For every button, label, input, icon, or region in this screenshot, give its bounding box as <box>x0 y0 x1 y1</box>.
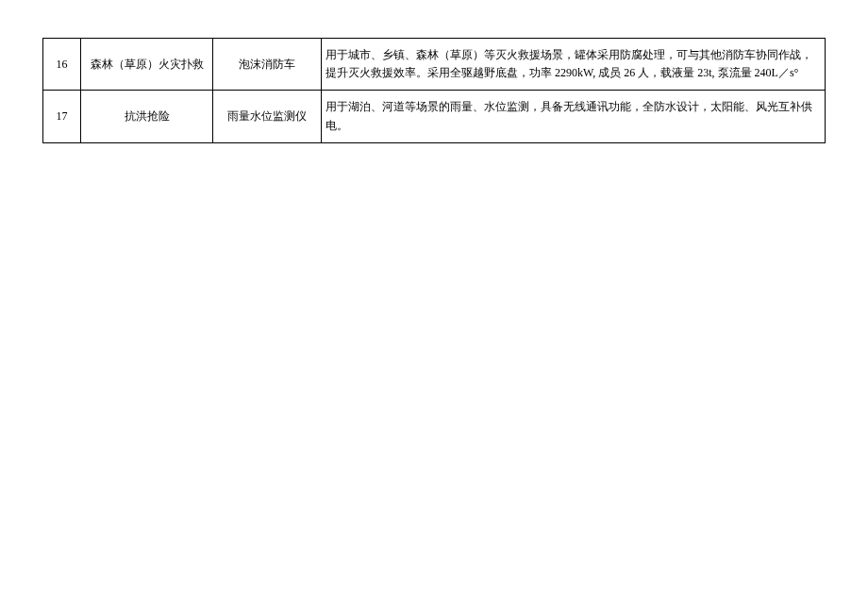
row-number: 17 <box>43 91 81 142</box>
row-name: 雨量水位监测仪 <box>213 91 322 142</box>
row-number: 16 <box>43 39 81 91</box>
row-description: 用于城市、乡镇、森林（草原）等灭火救援场景，罐体采用防腐处理，可与其他消防车协同… <box>322 39 826 91</box>
specification-table: 16 森林（草原）火灾扑救 泡沫消防车 用于城市、乡镇、森林（草原）等灭火救援场… <box>42 38 826 143</box>
table-row: 16 森林（草原）火灾扑救 泡沫消防车 用于城市、乡镇、森林（草原）等灭火救援场… <box>43 39 826 91</box>
row-category: 森林（草原）火灾扑救 <box>81 39 213 91</box>
table-row: 17 抗洪抢险 雨量水位监测仪 用于湖泊、河道等场景的雨量、水位监测，具备无线通… <box>43 91 826 142</box>
row-description: 用于湖泊、河道等场景的雨量、水位监测，具备无线通讯功能，全防水设计，太阳能、风光… <box>322 91 826 142</box>
row-name: 泡沫消防车 <box>213 39 322 91</box>
row-category: 抗洪抢险 <box>81 91 213 142</box>
